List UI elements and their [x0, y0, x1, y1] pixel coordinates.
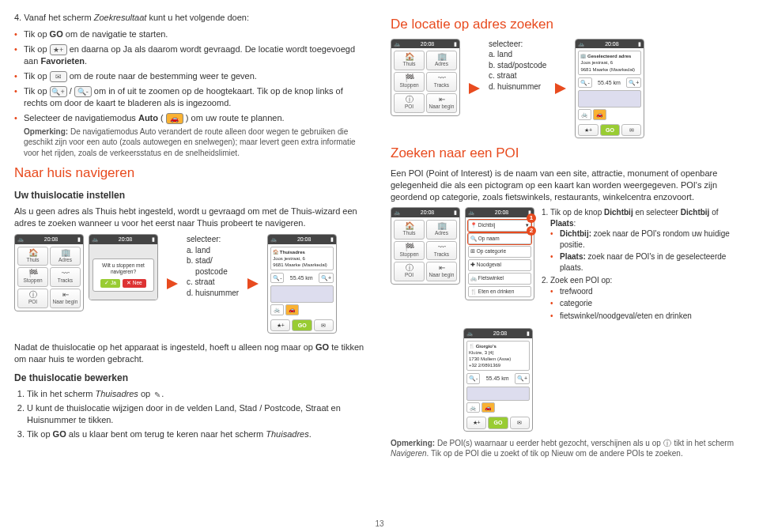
- right-column: De locatie op adres zoeken 🚲20:08▮ 🏠Thui…: [391, 9, 745, 464]
- left-column: 4. Vanaf het scherm Zoekresultaat kunt u…: [14, 9, 368, 464]
- pencil-icon: ✎: [153, 391, 161, 399]
- phone-poi-list: 🚲20:08▮ 📍 Dichtbij▾ 🔍 Op naam ⊞ Op categ…: [465, 207, 534, 300]
- info-icon: ⓘ: [663, 439, 672, 447]
- phone-result: 🚲20:08▮ 🏠 Thuisadres Joos jestraat, 6 96…: [267, 234, 337, 334]
- callout-1: 1: [527, 213, 536, 223]
- heading-home-nav: Naar huis navigeren: [14, 164, 368, 183]
- poi-step-2: Zoek een POI op: trefwoord categorie fie…: [550, 275, 745, 321]
- phone-menu-2: 🚲20:08▮ 🏠Thuis 🏢Adres 🏁Stoppen 〰Tracks ⓘ…: [391, 39, 460, 116]
- phone-poi-result: 🚲20:08▮ 🍴 Giorgio's Kluize, 3 [4] 1730 M…: [463, 328, 533, 431]
- arrow-icon: [244, 278, 262, 289]
- phone-menu: 🚲20:08▮ 🏠Thuis 🏢Adres 🏁Stoppen 〰Tracks ⓘ…: [14, 234, 84, 311]
- route-icon: ✉: [50, 71, 67, 82]
- page-number: 13: [375, 519, 383, 530]
- arrow-icon: [465, 83, 484, 94]
- after-home-text: Nadat de thuislocatie op het apparaat is…: [14, 341, 368, 365]
- edit-home-steps: Tik in het scherm Thuisadres op ✎. U kun…: [14, 388, 368, 440]
- zoom-in-icon: 🔍+: [50, 86, 67, 97]
- poi-result-row: 🚲20:08▮ 🍴 Giorgio's Kluize, 3 [4] 1730 M…: [463, 328, 745, 431]
- heading-edit-home: De thuislocatie bewerken: [14, 372, 368, 384]
- arrow-icon: [551, 83, 570, 94]
- step4-intro: 4. Vanaf het scherm Zoekresultaat kunt u…: [14, 12, 368, 24]
- home-screens-row: 🚲20:08▮ 🏠Thuis 🏢Adres 🏁Stoppen 〰Tracks ⓘ…: [14, 234, 368, 334]
- poi-step-1: Tik op de knop Dichtbij en selecteer Dic…: [550, 207, 745, 273]
- callout-2: 2: [527, 226, 536, 236]
- actions-list: Tik op GO om de navigatie te starten. Ti…: [14, 28, 368, 158]
- select-steps: selecteer: a. land b. stad/ postcode c. …: [187, 234, 239, 298]
- heading-search-address: De locatie op adres zoeken: [391, 16, 745, 34]
- phone-dialog: 🚲20:08▮ Wilt u stoppen met navigeren? ✓ …: [89, 234, 158, 300]
- zoom-out-icon: 🔍-: [74, 86, 92, 97]
- arrow-icon: [163, 278, 182, 289]
- address-screens-row: 🚲20:08▮ 🏠Thuis 🏢Adres 🏁Stoppen 〰Tracks ⓘ…: [391, 39, 745, 138]
- poi-intro-text: Een POI (Point of Interest) is de naam v…: [391, 168, 745, 203]
- phone-selected-address: 🚲20:08▮ 🏢 Geselecteerd adres Joos jestra…: [575, 39, 644, 138]
- poi-note: Opmerking: De POI(s) waarnaar u eerder h…: [391, 438, 745, 459]
- phone-menu-3: 🚲20:08▮ 🏠Thuis 🏢Adres 🏁Stoppen 〰Tracks ⓘ…: [391, 207, 460, 285]
- poi-screens-row: 🚲20:08▮ 🏠Thuis 🏢Adres 🏁Stoppen 〰Tracks ⓘ…: [391, 207, 745, 323]
- favorite-add-icon: ★+: [50, 44, 67, 55]
- heading-set-home: Uw thuislocatie instellen: [14, 189, 368, 202]
- home-intro-text: Als u geen adres als Thuis hebt ingestel…: [14, 206, 368, 229]
- select-steps-2: selecteer: a. land b. stad/postcode c. s…: [489, 39, 546, 92]
- car-icon: 🚗: [166, 113, 183, 124]
- heading-search-poi: Zoeken naar een POI: [391, 145, 745, 163]
